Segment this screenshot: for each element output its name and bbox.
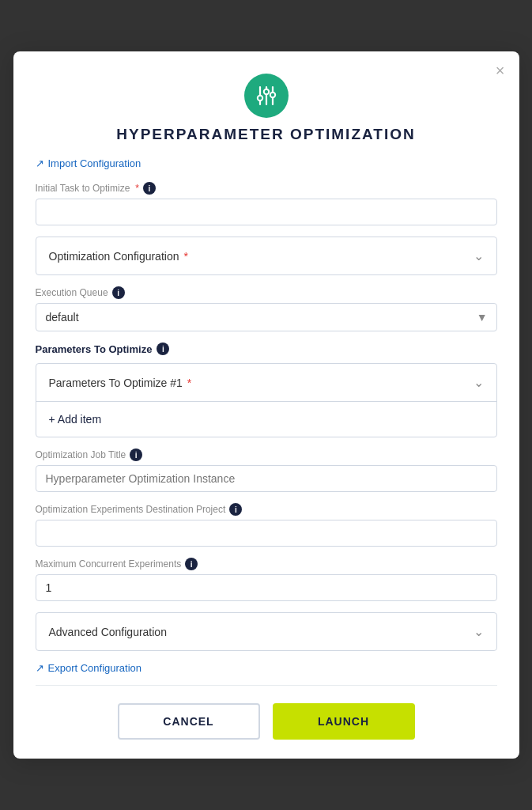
launch-button[interactable]: LAUNCH <box>273 703 415 740</box>
destination-project-info-icon[interactable]: i <box>229 503 242 516</box>
export-configuration-link[interactable]: ↗ Export Configuration <box>36 662 497 674</box>
initial-task-info-icon[interactable]: i <box>143 182 156 195</box>
parameters-section-label: Parameters To Optimize i <box>36 343 497 355</box>
param-item-1-chevron-icon: ⌄ <box>474 375 484 390</box>
add-item-label: + Add item <box>49 413 102 426</box>
close-button[interactable]: × <box>496 62 505 78</box>
advanced-config-chevron-icon: ⌄ <box>474 624 484 639</box>
destination-project-label: Optimization Experiments Destination Pro… <box>36 503 497 516</box>
initial-task-input[interactable] <box>36 199 497 225</box>
parameters-info-icon[interactable]: i <box>157 343 169 355</box>
export-label: Export Configuration <box>48 662 142 674</box>
max-concurrent-label: Maximum Concurrent Experiments i <box>36 558 497 570</box>
header-icon <box>244 74 289 118</box>
modal-container: × HYPERPARAMETER OPTIMIZATION ↗ Import C… <box>13 51 519 759</box>
import-icon: ↗ <box>36 157 44 169</box>
svg-point-5 <box>270 93 274 97</box>
svg-point-4 <box>257 96 262 100</box>
export-icon: ↗ <box>36 662 44 674</box>
svg-point-3 <box>263 89 268 94</box>
optimization-config-section[interactable]: Optimization Configuration * ⌄ <box>36 237 497 275</box>
footer-divider <box>36 685 497 686</box>
execution-queue-wrapper: default gpu cpu ▼ <box>36 303 497 331</box>
max-concurrent-info-icon[interactable]: i <box>185 558 198 570</box>
execution-queue-select[interactable]: default gpu cpu <box>36 303 497 331</box>
param-item-1[interactable]: Parameters To Optimize #1 * ⌄ <box>36 364 496 402</box>
job-title-label: Optimization Job Title i <box>36 449 497 461</box>
job-title-input[interactable] <box>36 465 497 492</box>
destination-project-input[interactable] <box>36 520 497 547</box>
advanced-config-section[interactable]: Advanced Configuration ⌄ <box>36 612 497 651</box>
cancel-button[interactable]: CANCEL <box>118 703 260 740</box>
param-item-1-label: Parameters To Optimize #1 * <box>49 377 192 389</box>
optimization-config-label: Optimization Configuration * <box>49 250 188 263</box>
footer-actions: CANCEL LAUNCH <box>36 703 497 740</box>
modal-overlay: × HYPERPARAMETER OPTIMIZATION ↗ Import C… <box>0 0 532 810</box>
execution-queue-label: Execution Queue i <box>36 286 497 299</box>
execution-queue-info-icon[interactable]: i <box>112 286 125 299</box>
parameters-container: Parameters To Optimize #1 * ⌄ + Add item <box>36 363 497 437</box>
add-item-row[interactable]: + Add item <box>36 402 496 437</box>
import-configuration-link[interactable]: ↗ Import Configuration <box>36 157 497 169</box>
import-label: Import Configuration <box>48 157 141 169</box>
max-concurrent-input[interactable] <box>36 574 497 601</box>
optimization-config-chevron-icon: ⌄ <box>474 248 484 263</box>
advanced-config-label: Advanced Configuration <box>49 626 167 638</box>
required-marker: * <box>135 183 139 194</box>
modal-title: HYPERPARAMETER OPTIMIZATION <box>116 126 415 143</box>
initial-task-label: Initial Task to Optimize * i <box>36 182 497 195</box>
job-title-info-icon[interactable]: i <box>130 449 142 461</box>
modal-header: HYPERPARAMETER OPTIMIZATION <box>36 74 497 143</box>
